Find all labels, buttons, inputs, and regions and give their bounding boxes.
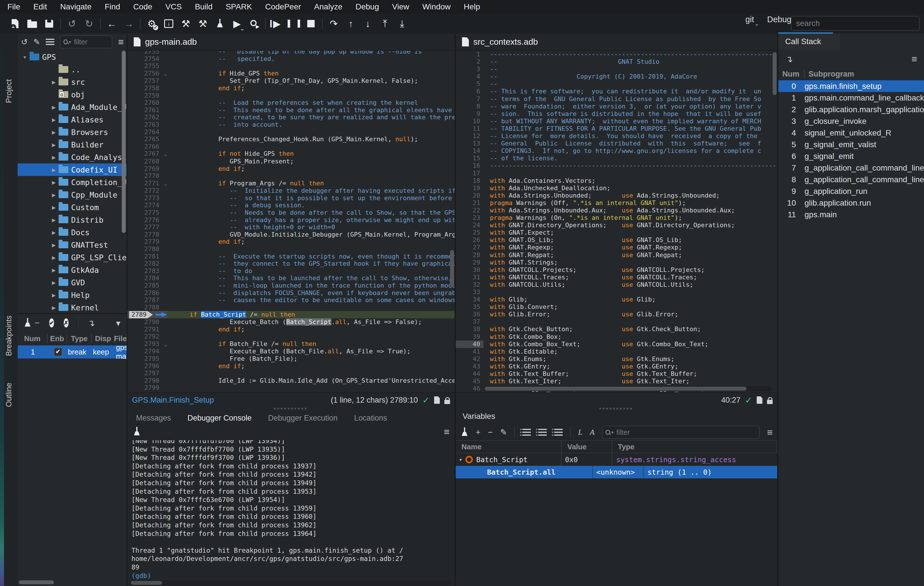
- var-col-type[interactable]: Type: [612, 441, 777, 453]
- tree-item-obj[interactable]: obj: [18, 88, 127, 101]
- gutter[interactable]: 2753: [127, 51, 196, 55]
- gutter[interactable]: 2772: [127, 187, 196, 194]
- gutter[interactable]: 16: [456, 162, 490, 169]
- menu-edit[interactable]: Edit: [33, 2, 47, 12]
- expander-icon[interactable]: ▶: [50, 129, 58, 136]
- splitter-grip[interactable]: [274, 408, 308, 409]
- expander-icon[interactable]: ▶: [50, 304, 58, 311]
- gutter[interactable]: 20: [456, 192, 490, 199]
- gutter[interactable]: 2757: [127, 77, 196, 84]
- tree-item-browsers[interactable]: ▶Browsers: [18, 126, 127, 138]
- tree-item-aliases[interactable]: ▶Aliases: [18, 113, 127, 126]
- gutter[interactable]: 2767⌄: [127, 150, 196, 158]
- callstack-frame-7[interactable]: 7g_application_call_command_line: [778, 162, 924, 174]
- step-out-icon[interactable]: ↓: [361, 17, 375, 31]
- debugger-console-output[interactable]: [New Thread 0x7fffdfdfb700 (LWP 13934)][…: [132, 440, 452, 579]
- gutter[interactable]: 2755: [127, 62, 196, 70]
- callstack-frame-5[interactable]: 5g_signal_emit_valist: [778, 139, 924, 151]
- gutter[interactable]: 2788: [127, 304, 196, 311]
- tree-item-gnattest[interactable]: ▶GNATTest: [18, 238, 127, 251]
- subprogram-link[interactable]: GPS.Main.Finish_Setup: [132, 396, 214, 405]
- breakpoint-enabled-checkbox[interactable]: ✔: [54, 348, 62, 356]
- gutter[interactable]: 2797: [127, 369, 196, 377]
- arguments-icon[interactable]: A: [590, 428, 594, 437]
- gutter[interactable]: 44: [456, 370, 490, 377]
- gutter[interactable]: 2784: [127, 275, 196, 282]
- clear-console-icon[interactable]: [133, 427, 140, 437]
- gutter[interactable]: 38: [456, 326, 490, 333]
- gutter[interactable]: 2792: [127, 333, 196, 340]
- gutter[interactable]: 10: [456, 118, 490, 125]
- bp-col-file[interactable]: File: [115, 334, 127, 343]
- gutter[interactable]: 2779: [127, 238, 196, 245]
- fold-icon[interactable]: ⌄: [162, 180, 196, 187]
- forward-icon[interactable]: →: [122, 17, 136, 31]
- gutter[interactable]: 33: [456, 288, 490, 296]
- breakpoint-row[interactable]: 1✔breakkeepgps-main.adb: [18, 345, 127, 359]
- gutter[interactable]: 11: [456, 125, 490, 132]
- gutter[interactable]: 2771⌄: [127, 180, 196, 187]
- gutter[interactable]: 2768: [127, 158, 196, 165]
- gutter[interactable]: 2778: [127, 231, 196, 238]
- gutter[interactable]: 2766: [127, 143, 196, 151]
- gutter[interactable]: 2759: [127, 92, 196, 99]
- step-over-icon[interactable]: ↷: [327, 17, 341, 31]
- editor-left-code[interactable]: 2753 -- Disable tip of the day pop up wi…: [127, 51, 455, 392]
- editor-right-code[interactable]: 1---------------------------------------…: [456, 51, 777, 392]
- local-vars-icon[interactable]: L: [578, 428, 582, 437]
- expander-icon[interactable]: ▶: [50, 229, 58, 236]
- debug-continue-icon[interactable]: ▶: [270, 17, 284, 31]
- editor-right-vscroll[interactable]: [773, 52, 777, 95]
- tab-outline[interactable]: Outline: [5, 383, 13, 407]
- gutter[interactable]: 24: [456, 222, 490, 229]
- tree-item-codefix_ui[interactable]: ▶Codefix_UI: [18, 164, 127, 176]
- gutter[interactable]: 45: [456, 377, 490, 385]
- gutter[interactable]: 4: [456, 73, 490, 80]
- tree-item-src[interactable]: ▶src: [18, 76, 127, 88]
- expander-icon[interactable]: ▶: [50, 242, 58, 248]
- enable-breakpoint-icon[interactable]: ✔: [49, 318, 54, 328]
- gutter[interactable]: 2761: [127, 106, 196, 114]
- gutter[interactable]: 14: [456, 147, 490, 155]
- callstack-frame-3[interactable]: 3g_closure_invoke: [778, 115, 924, 127]
- step-into-icon[interactable]: ↑: [344, 17, 358, 31]
- run-up-icon[interactable]: ⤒: [378, 17, 392, 31]
- gutter[interactable]: 19: [456, 184, 490, 192]
- tree-item-distrib[interactable]: ▶Distrib: [18, 214, 127, 226]
- callstack-frame-11[interactable]: 11gps.main: [778, 209, 924, 220]
- callstack-frame-9[interactable]: 9g_application_run: [778, 185, 924, 197]
- project-tree-scrollbar[interactable]: [122, 51, 126, 233]
- menu-code[interactable]: Code: [133, 2, 152, 12]
- gutter[interactable]: 2782: [127, 260, 196, 267]
- goto-frame-icon[interactable]: ↴: [786, 54, 793, 64]
- editor-right-tab[interactable]: src_contexts.adb: [474, 37, 538, 47]
- gutter[interactable]: 5: [456, 80, 490, 88]
- file-status-icon[interactable]: [757, 396, 762, 404]
- menu-codepeer[interactable]: CodePeer: [265, 2, 301, 12]
- callstack-frame-2[interactable]: 2glib.application.marsh_gapplication_boo…: [778, 104, 924, 115]
- callstack-frame-8[interactable]: 8g_application_call_command_line: [778, 174, 924, 185]
- compile-file-icon[interactable]: ⚒: [196, 17, 210, 31]
- lock-icon[interactable]: [444, 400, 450, 404]
- gutter[interactable]: 1: [456, 51, 490, 58]
- lock-icon[interactable]: [767, 400, 773, 404]
- undo-icon[interactable]: ↺: [65, 17, 79, 31]
- project-filter[interactable]: ▾: [60, 35, 112, 48]
- gutter[interactable]: 2756⌄: [127, 70, 196, 78]
- gutter[interactable]: 25: [456, 229, 490, 236]
- gutter[interactable]: 41: [456, 348, 490, 355]
- gutter[interactable]: 29: [456, 259, 490, 266]
- redo-icon[interactable]: ↻: [82, 17, 96, 31]
- console-tab-debugger-console[interactable]: Debugger Console: [188, 414, 251, 422]
- gutter[interactable]: 2787: [127, 296, 196, 304]
- gutter[interactable]: 2763: [127, 121, 196, 128]
- breakpoint-dropdown-icon[interactable]: ▾: [116, 318, 120, 328]
- run-icon[interactable]: ▶: [230, 17, 244, 31]
- console-tab-debugger-execution[interactable]: Debugger Execution: [268, 414, 338, 422]
- expander-icon[interactable]: ▾: [456, 456, 465, 463]
- expander-icon[interactable]: ▶: [50, 267, 58, 274]
- expander-icon[interactable]: ▶: [50, 154, 58, 161]
- fold-icon[interactable]: ⌄: [162, 150, 196, 158]
- gutter[interactable]: 2773: [127, 194, 196, 202]
- tree-item-custom[interactable]: ▶Custom: [18, 201, 127, 214]
